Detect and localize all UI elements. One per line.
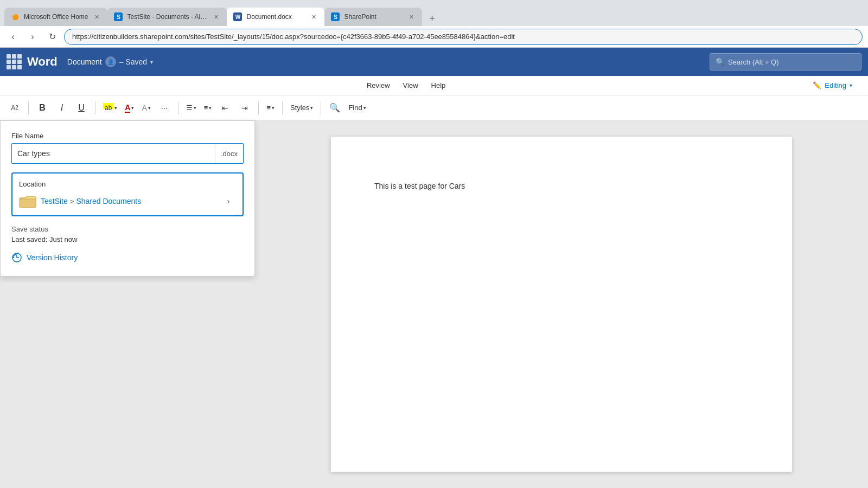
browser-tabs: 🟠 Microsoft Office Home ✕ S TestSite - D…	[4, 0, 864, 26]
location-path-text: TestSite > Shared Documents	[41, 197, 141, 206]
save-status-section: Save status Last saved: Just now	[11, 225, 244, 243]
location-chevron-button[interactable]: ›	[221, 194, 236, 209]
find-dropdown[interactable]: Find ▾	[346, 100, 368, 116]
tab-sharepoint[interactable]: S SharePoint ✕	[324, 8, 422, 26]
tab-sharepoint-label: SharePoint	[344, 13, 403, 21]
italic-button[interactable]: I	[54, 100, 70, 116]
location-folder-link[interactable]: Shared Documents	[76, 197, 141, 206]
address-bar-row: ‹ › ↻ https://citizenbuilders.sharepoint…	[0, 26, 868, 48]
editing-button[interactable]: ✏️ Editing ▾	[806, 78, 859, 93]
alignment-icon: ≡	[266, 104, 271, 112]
doc-page: This is a test page for Cars	[331, 137, 792, 472]
text-shading-icon: A	[142, 104, 146, 112]
tab-document-label: Document.docx	[246, 13, 305, 21]
word-menu-bar: Review View Help ✏️ Editing ▾	[0, 76, 868, 95]
bullets-dropdown[interactable]: ☰ ▾	[184, 100, 199, 116]
text-shading-dropdown[interactable]: A ▾	[139, 100, 152, 116]
highlight-icon: ab	[103, 103, 113, 113]
main-content: File Name .docx Location TestSite > Sh	[0, 120, 868, 488]
decrease-indent-button[interactable]: ⇤	[217, 100, 233, 116]
font-color-dropdown[interactable]: A ▾	[123, 100, 136, 116]
apps-grid-icon[interactable]	[7, 54, 22, 69]
folder-icon	[19, 194, 36, 209]
dropdown-panel: File Name .docx Location TestSite > Sh	[0, 120, 255, 277]
document-title-area: Document 👤 – Saved ▾	[67, 56, 704, 67]
find-label: Find	[348, 104, 362, 112]
styles-dropdown[interactable]: Styles ▾	[288, 100, 315, 116]
tab-ms-office-close[interactable]: ✕	[92, 12, 101, 21]
toolbar-separator-6	[321, 101, 321, 114]
location-path-row: TestSite > Shared Documents ›	[19, 194, 236, 209]
save-status-title: Save status	[11, 225, 244, 233]
tab-testsite-close[interactable]: ✕	[212, 12, 220, 21]
menu-review[interactable]: Review	[361, 79, 395, 92]
profile-icon: 👤	[105, 56, 116, 67]
tab-document[interactable]: W Document.docx ✕	[227, 8, 324, 26]
tab-testsite[interactable]: S TestSite - Documents - All Docu... ✕	[107, 8, 227, 26]
location-path-inner: TestSite > Shared Documents	[19, 194, 141, 209]
tab-testsite-label: TestSite - Documents - All Docu...	[127, 13, 207, 21]
tab-ms-office[interactable]: 🟠 Microsoft Office Home ✕	[4, 8, 107, 26]
ms-office-favicon: 🟠	[11, 12, 20, 21]
toolbar-separator-4	[258, 101, 259, 114]
file-name-label: File Name	[11, 132, 244, 140]
menu-help[interactable]: Help	[426, 79, 451, 92]
version-history-button[interactable]: Version History	[11, 252, 78, 263]
doc-area: This is a test page for Cars	[255, 120, 868, 488]
toolbar-separator-5	[282, 101, 283, 114]
svg-rect-0	[20, 198, 36, 208]
alignment-dropdown[interactable]: ≡ ▾	[264, 100, 277, 116]
tab-sharepoint-close[interactable]: ✕	[407, 12, 416, 21]
filename-input[interactable]	[12, 144, 215, 163]
forward-button[interactable]: ›	[25, 29, 40, 44]
search-bar[interactable]: 🔍 Search (Alt + Q)	[710, 53, 861, 70]
location-site-link[interactable]: TestSite	[41, 197, 68, 206]
version-history-icon	[11, 252, 22, 263]
underline-button[interactable]: U	[73, 100, 90, 116]
browser-chrome: 🟠 Microsoft Office Home ✕ S TestSite - D…	[0, 0, 868, 26]
document-favicon: W	[233, 12, 242, 21]
search-icon: 🔍	[716, 57, 725, 66]
editing-label: Editing	[825, 81, 846, 89]
search-placeholder: Search (Alt + Q)	[728, 58, 779, 66]
tab-document-close[interactable]: ✕	[309, 12, 318, 21]
save-status-time: Last saved: Just now	[11, 235, 244, 243]
pencil-icon: ✏️	[813, 81, 821, 89]
font-color-icon: A	[125, 103, 130, 113]
bullets-icon: ☰	[186, 104, 193, 112]
version-history-label: Version History	[27, 253, 78, 262]
toolbar-separator-1	[28, 101, 29, 114]
toolbar-separator-2	[95, 101, 95, 114]
location-separator: >	[70, 197, 74, 206]
word-logo: Word	[27, 55, 58, 69]
increase-indent-button[interactable]: ⇥	[237, 100, 253, 116]
new-tab-button[interactable]: +	[424, 11, 439, 26]
find-button[interactable]: 🔍	[327, 100, 343, 116]
filename-ext: .docx	[215, 144, 243, 163]
title-dropdown-arrow[interactable]: ▾	[150, 59, 153, 65]
location-label: Location	[19, 180, 236, 188]
more-button[interactable]: ···	[156, 100, 173, 116]
address-bar-url: https://citizenbuilders.sharepoint.com/s…	[72, 33, 515, 41]
location-section: Location TestSite > Shared Documents ›	[11, 172, 244, 216]
bold-button[interactable]: B	[34, 100, 50, 116]
refresh-button[interactable]: ↻	[44, 29, 60, 44]
doc-paragraph: This is a test page for Cars	[374, 180, 465, 192]
styles-label: Styles	[290, 104, 309, 112]
editing-dropdown-arrow: ▾	[850, 82, 852, 88]
superscript-button[interactable]: A2	[7, 100, 23, 116]
saved-status: – Saved	[119, 57, 147, 66]
word-toolbar: A2 B I U ab ▾ A ▾ A ▾ ··· ☰ ▾ ≡ ▾ ⇤ ⇥ ≡ …	[0, 95, 868, 120]
address-bar[interactable]: https://citizenbuilders.sharepoint.com/s…	[64, 29, 863, 45]
testsite-favicon: S	[114, 12, 123, 21]
sharepoint-favicon: S	[331, 12, 340, 21]
tab-ms-office-label: Microsoft Office Home	[24, 13, 88, 21]
numbering-dropdown[interactable]: ≡ ▾	[202, 100, 214, 116]
word-app-bar: Word Document 👤 – Saved ▾ 🔍 Search (Alt …	[0, 48, 868, 76]
highlight-dropdown[interactable]: ab ▾	[101, 100, 119, 116]
numbering-icon: ≡	[204, 104, 208, 112]
back-button[interactable]: ‹	[5, 29, 21, 44]
document-name: Document	[67, 57, 102, 66]
menu-view[interactable]: View	[398, 79, 424, 92]
filename-row: .docx	[11, 143, 244, 164]
